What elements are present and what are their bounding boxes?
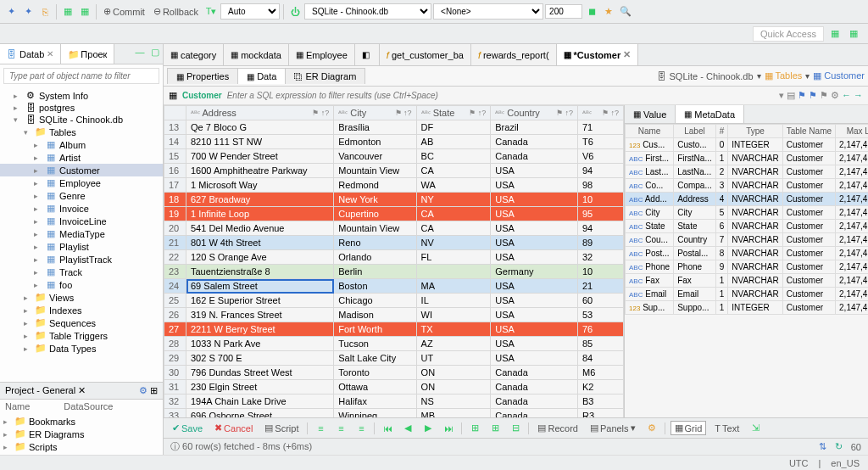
meta-row[interactable]: ABC EmailEmail1NVARCHARCustomer2,147,483 [626, 288, 869, 301]
align-right-icon[interactable]: ≡ [353, 421, 369, 436]
subtab-er-diagram[interactable]: ⿻ ER Diagram [285, 68, 365, 84]
script-button[interactable]: ▤ Script [261, 422, 302, 434]
tree-node-table-triggers[interactable]: ▸📁Table Triggers [0, 329, 163, 342]
side-tab-value[interactable]: ▦ Value [625, 105, 676, 123]
refresh-icon[interactable]: ↻ [835, 441, 843, 452]
data-row[interactable]: 32194A Chain Lake DriveHalifaxNSCanadaB3 [164, 394, 624, 409]
new-sql-icon[interactable]: ⎘ [37, 4, 53, 20]
meta-row[interactable]: ABC StateState6NVARCHARCustomer2,147,483 [626, 220, 869, 233]
filter-history-icon[interactable]: ▤ [787, 90, 795, 101]
data-row[interactable]: 25162 E Superior StreetChicagoILUSA60 [164, 294, 624, 308]
meta-row[interactable]: ABC CityCity5NVARCHARCustomer2,147,483 [626, 206, 869, 220]
tree-node-tables[interactable]: ▾📁Tables [0, 126, 163, 138]
filter-apply-icon[interactable]: ▾ [779, 90, 784, 101]
data-row[interactable]: 26319 N. Frances StreetMadisonWIUSA53 [164, 308, 624, 322]
meta-row[interactable]: ABC Cou...Country7NVARCHARCustomer2,147,… [626, 233, 869, 247]
data-row[interactable]: 161600 Amphitheatre ParkwayMountain View… [164, 164, 624, 178]
data-row[interactable]: 21801 W 4th StreetRenoNVUSA89 [164, 236, 624, 250]
subtab-data[interactable]: ▦ Data [237, 68, 286, 84]
data-row[interactable]: 20541 Del Medio AvenueMountain ViewCAUSA… [164, 221, 624, 236]
tree-node-system-info[interactable]: ▸⚙System Info [0, 89, 163, 102]
editor-tab-mockdata[interactable]: ▦ mockdata [224, 44, 289, 65]
filter-fun1-icon[interactable]: ⚑ [798, 90, 806, 101]
stop-icon[interactable]: ◼ [584, 4, 599, 20]
perspective1-icon[interactable]: ▦ [827, 26, 843, 42]
meta-row[interactable]: 123 Sup...Suppo...1INTEGERCustomer2,147,… [626, 301, 869, 315]
data-grid[interactable]: ᴬᴮᶜ Address⚑ ↑?ᴬᴮᶜ City⚑ ↑?ᴬᴮᶜ State⚑ ↑?… [164, 105, 624, 417]
side-tab-metadata[interactable]: ▦ MetaData [676, 105, 744, 123]
gear-icon[interactable]: ⚙ [139, 385, 147, 395]
tree-node-foo[interactable]: ▸▦foo [0, 278, 163, 291]
meta-row[interactable]: ABC PhonePhone9NVARCHARCustomer2,147,483 [626, 260, 869, 274]
new-connection-icon[interactable]: ✦ [3, 4, 19, 20]
tree-node-album[interactable]: ▸▦Album [0, 138, 163, 151]
config-icon[interactable]: ⚙ [644, 421, 659, 436]
close-icon[interactable]: ✕ [47, 49, 53, 59]
maximize-icon[interactable]: ▢ [147, 44, 163, 59]
tree-node-sequences[interactable]: ▸📁Sequences [0, 316, 163, 329]
table-tool-icon[interactable]: ▦ [60, 4, 75, 20]
record-button[interactable]: ▤ Record [534, 422, 581, 434]
disconnect-icon[interactable]: ⏻ [287, 4, 303, 20]
tree-node-artist[interactable]: ▸▦Artist [0, 151, 163, 164]
tree-node-data-types[interactable]: ▸📁Data Types [0, 342, 163, 355]
project-item-scripts[interactable]: ▸📁Scripts [0, 440, 163, 453]
last-page-icon[interactable]: ⏭ [441, 421, 456, 436]
cancel-button[interactable]: ✖ Cancel [211, 422, 256, 434]
col-address[interactable]: ᴬᴮᶜ Address⚑ ↑? [186, 106, 334, 120]
data-row[interactable]: 22120 S Orange AveOrlandoFLUSA32 [164, 250, 624, 265]
new-icon[interactable]: ✦ [20, 4, 36, 20]
grid-view-button[interactable]: ▦ Grid [670, 421, 707, 435]
nav-fwd-icon[interactable]: → [854, 90, 863, 101]
tree-node-genre[interactable]: ▸▦Genre [0, 189, 163, 202]
tx-icon[interactable]: T▾ [203, 4, 219, 20]
data-row[interactable]: 30796 Dundas Street WestTorontoONCanadaM… [164, 366, 624, 380]
tree-node-mediatype[interactable]: ▸▦MediaType [0, 227, 163, 240]
data-row[interactable]: 272211 W Berry StreetFort WorthTXUSA76 [164, 322, 624, 337]
collapse-icon[interactable]: ⊞ [150, 385, 158, 395]
data-row[interactable]: 148210 111 ST NWEdmontonABCanadaT6 [164, 135, 624, 149]
editor-tab-category[interactable]: ▦ category [164, 44, 224, 65]
perspective2-icon[interactable]: ▦ [846, 26, 861, 42]
editor-tab-get-customer-ba[interactable]: f get_customer_ba [380, 44, 471, 65]
minimize-icon[interactable]: — [132, 44, 147, 59]
breadcrumb-customer[interactable]: ▦ Customer [813, 70, 865, 81]
breadcrumb-connection[interactable]: 🗄 SQLite - Chinook.db [657, 71, 753, 81]
subtab-properties[interactable]: ▦ Properties [167, 68, 238, 84]
schema-select[interactable]: <None> [433, 3, 543, 20]
row-limit-input[interactable] [545, 4, 582, 19]
close-icon[interactable]: ✕ [78, 385, 86, 395]
favorites-icon[interactable]: ★ [601, 4, 616, 20]
data-row[interactable]: 29302 S 700 ESalt Lake CityUTUSA84 [164, 351, 624, 366]
add-row-icon[interactable]: ⊞ [467, 421, 482, 436]
align-left-icon[interactable]: ≡ [313, 421, 328, 436]
editor-tab--customer[interactable]: ▦ *Customer ✕ [557, 44, 639, 65]
tree-node-sqlite-chinook-db[interactable]: ▾🗄SQLite - Chinook.db [0, 114, 163, 126]
del-row-icon[interactable]: ⊟ [508, 421, 523, 436]
rollback-button[interactable]: ⊖ Rollback [150, 5, 202, 18]
panels-button[interactable]: ▤ Panels ▾ [587, 422, 639, 434]
meta-row[interactable]: ABC First...FirstNa...1NVARCHARCustomer2… [626, 152, 869, 165]
tree-node-employee[interactable]: ▸▦Employee [0, 176, 163, 189]
status-sync-icon[interactable]: ⇅ [819, 441, 826, 452]
quick-access-field[interactable]: Quick Access [753, 26, 824, 42]
editor-tab--sqlite-chino[interactable]: ◧ [355, 44, 380, 65]
tree-node-playlist[interactable]: ▸▦Playlist [0, 240, 163, 253]
sql-filter-input[interactable] [227, 91, 774, 100]
meta-row[interactable]: ABC Co...Compa...3NVARCHARCustomer2,147,… [626, 179, 869, 193]
project-item-er-diagrams[interactable]: ▸📁ER Diagrams [0, 428, 163, 440]
search-icon[interactable]: 🔍 [618, 4, 633, 20]
tree-filter-input[interactable] [3, 68, 159, 84]
export-icon[interactable]: ⇲ [748, 421, 763, 436]
tree-node-track[interactable]: ▸▦Track [0, 266, 163, 278]
filter-clear-icon[interactable]: ⚑ [820, 90, 828, 101]
tab-database-navigator[interactable]: 🗄Datab ✕ [0, 44, 61, 64]
col-country[interactable]: ᴬᴮᶜ Country⚑ ↑? [491, 106, 578, 120]
dup-row-icon[interactable]: ⊞ [487, 421, 503, 436]
first-page-icon[interactable]: ⏮ [380, 421, 395, 436]
table-tool2-icon[interactable]: ▦ [77, 4, 92, 20]
col-pc[interactable]: ᴬᴮᶜ ⚑ ↑? [578, 106, 624, 120]
filter-fun2-icon[interactable]: ⚑ [809, 90, 817, 101]
data-row[interactable]: 13Qe 7 Bloco GBrasíliaDFBrazil71 [164, 120, 624, 135]
filter-settings-icon[interactable]: ⚙ [831, 90, 839, 101]
